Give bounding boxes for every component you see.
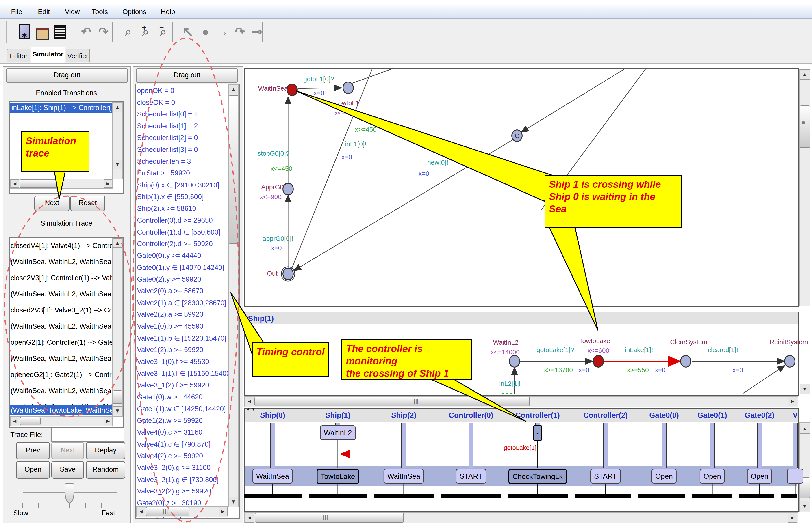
vars-vscroll-thumb[interactable]: [229, 95, 238, 244]
msc-state-box-current[interactable]: CheckTowingLk: [508, 469, 567, 484]
msc-lifeline[interactable]: [270, 423, 275, 468]
menu-item-file[interactable]: File: [11, 8, 22, 16]
msc-state-box[interactable]: WaitInSea: [384, 469, 424, 484]
trace-hscroll-thumb[interactable]: [20, 417, 40, 425]
msc-state-box[interactable]: WaitInSea: [253, 469, 293, 484]
trace-vscroll-thumb[interactable]: [113, 391, 122, 404]
tab-simulator[interactable]: Simulator: [31, 47, 65, 63]
variable-item[interactable]: Valve3_2(1).g ∈ [730,800]: [137, 475, 228, 486]
menu-item-tools[interactable]: Tools: [92, 8, 108, 16]
msc-state-box-clipped[interactable]: [787, 469, 804, 484]
trace-arrow-icon[interactable]: ↷: [233, 23, 247, 40]
variable-item[interactable]: Controller(0).d >= 29650: [137, 216, 228, 227]
scroll-right-icon[interactable]: ►: [788, 397, 797, 406]
msc-state-box[interactable]: Open: [700, 469, 725, 484]
enabled-transition-item[interactable]: inLake[1]: Ship(1) --> Controller(1): [10, 103, 114, 113]
tab-verifier[interactable]: Verifier: [66, 49, 90, 62]
trace-item[interactable]: (WaitInSea, WaitInL2, WaitInSea,: [11, 256, 112, 267]
trace-vscrollbar[interactable]: [112, 238, 123, 417]
ship1-scroll-down-icon[interactable]: ▼: [800, 384, 810, 394]
menu-item-view[interactable]: View: [65, 8, 80, 16]
msc-lifeline[interactable]: [603, 423, 608, 468]
menu-item-edit[interactable]: Edit: [38, 8, 50, 16]
trace-item[interactable]: closedV4[1]: Valve4(1) --> Controll: [11, 240, 112, 251]
scroll-down-icon[interactable]: ▼: [229, 497, 238, 506]
save-trace-button[interactable]: Save: [51, 461, 84, 479]
menu-item-options[interactable]: Options: [122, 8, 146, 16]
msc-lifeline[interactable]: [793, 423, 798, 468]
msc-lifeline[interactable]: [757, 423, 762, 468]
trace-item[interactable]: (WaitInSea, WaitInL2, WaitInSea,: [11, 353, 112, 364]
msc-lifeline[interactable]: [710, 423, 715, 468]
variable-item[interactable]: Valve3_1(1).f ∈ [15160,15400]: [137, 369, 228, 380]
reset-button[interactable]: Reset: [70, 196, 105, 211]
scroll-up-icon[interactable]: ▲: [229, 85, 238, 94]
scroll-up-icon[interactable]: ▲: [113, 238, 122, 248]
msc-state-box[interactable]: Open: [747, 469, 772, 484]
scroll-left-icon[interactable]: ◄: [245, 397, 254, 406]
variable-item[interactable]: Valve4(1).c ∈ [790,870]: [137, 440, 228, 450]
msc-state-box[interactable]: START: [456, 469, 486, 484]
speed-slider-thumb[interactable]: [65, 483, 74, 503]
msc-state-box-waitinl2[interactable]: WaitInL2: [320, 425, 356, 440]
zoom-in-icon[interactable]: ⌕+: [139, 23, 153, 40]
variable-item[interactable]: Gate1(0).w >= 44620: [137, 393, 228, 403]
variable-item[interactable]: Valve3_2(0).g >= 31100: [137, 464, 228, 474]
variable-item[interactable]: closeOK = 0: [137, 98, 228, 109]
redo-icon[interactable]: ↷: [97, 23, 110, 40]
pointer-icon[interactable]: ↖: [181, 23, 195, 40]
scroll-down-icon[interactable]: ▼: [113, 160, 122, 169]
scroll-left-icon[interactable]: ◄: [11, 179, 19, 188]
variable-item[interactable]: Scheduler.len = 3: [137, 158, 228, 168]
variable-item[interactable]: Scheduler.list[3] = 0: [137, 146, 228, 156]
variable-item[interactable]: Gate0(2).y >= 59920: [137, 275, 228, 286]
variable-item[interactable]: Controller(2).d >= 59920: [137, 240, 228, 250]
tab-editor[interactable]: Editor: [7, 49, 30, 62]
trace-item[interactable]: closed2V3[1]: Valve3_2(1) --> Con: [11, 305, 112, 315]
trace-item[interactable]: openG2[1]: Controller(1) --> Gate2: [11, 337, 112, 348]
msc-state-box[interactable]: Open: [652, 469, 677, 484]
next-trace-button[interactable]: Next: [51, 442, 84, 459]
scroll-right-icon[interactable]: ►: [219, 507, 227, 516]
select-blob-icon[interactable]: ●: [198, 23, 212, 40]
next-transition-button[interactable]: Next: [34, 196, 70, 211]
undo-icon[interactable]: ↶: [79, 23, 93, 40]
msc-state-box-current[interactable]: TowtoLake: [317, 469, 359, 484]
variable-item[interactable]: Valve1(2).b >= 59920: [137, 346, 228, 356]
scroll-up-icon[interactable]: ▲: [800, 423, 810, 434]
ship1-hscroll-thumb[interactable]: [255, 397, 530, 406]
variable-item[interactable]: Valve1(1).b ∈ [15220,15470]: [137, 334, 228, 344]
msc-lifeline[interactable]: [401, 423, 406, 468]
zoom-fit-icon[interactable]: ⌕: [121, 23, 135, 40]
variable-item[interactable]: Ship(2).x >= 58610: [137, 204, 228, 215]
variable-item[interactable]: Controller(1).d ∈ [550,600]: [137, 228, 228, 238]
variable-item[interactable]: Valve2(0).a >= 58670: [137, 287, 228, 297]
variable-item[interactable]: ErrStat >= 59920: [137, 169, 228, 179]
zoom-out-icon[interactable]: ⌕−: [156, 23, 170, 40]
next-transition-icon[interactable]: →: [215, 23, 229, 40]
scroll-up-icon[interactable]: ▲: [800, 69, 810, 79]
variable-item[interactable]: Gate1(2).w >= 59920: [137, 417, 228, 427]
trace-item[interactable]: close2V3[1]: Controller(1) --> Valv: [11, 273, 112, 283]
scroll-right-icon[interactable]: ►: [788, 513, 797, 523]
save-icon[interactable]: [54, 25, 66, 39]
variable-item[interactable]: Gate0(0).y >= 44440: [137, 252, 228, 262]
variable-item[interactable]: Scheduler.list[2] = 0: [137, 134, 228, 144]
enabled-hscroll-thumb[interactable]: [19, 179, 58, 188]
msc-state-box[interactable]: START: [590, 469, 621, 484]
variable-item[interactable]: openOK = 0: [137, 87, 228, 97]
scroll-left-icon[interactable]: ◄: [137, 507, 145, 516]
trace-item[interactable]: (WaitInSea, WaitInL2, WaitInSea,: [11, 289, 112, 300]
msc-hscroll-thumb[interactable]: [255, 513, 404, 523]
variable-item[interactable]: Valve4(0).c >= 31160: [137, 428, 228, 438]
open-folder-icon[interactable]: [36, 28, 49, 40]
variable-item[interactable]: Gate1(1).w ∈ [14250,14420]: [137, 405, 228, 415]
automaton-vscrollbar[interactable]: [799, 69, 810, 306]
splitter-arrows-icon[interactable]: ◄ ▼: [245, 407, 256, 412]
variable-item[interactable]: Valve3_1(0).f >= 45530: [137, 358, 228, 368]
scroll-left-icon[interactable]: ◄: [11, 417, 19, 425]
variable-item[interactable]: Valve2(1).a ∈ [28300,28670]: [137, 299, 228, 309]
variable-item[interactable]: Scheduler.list[0] = 1: [137, 110, 228, 121]
menu-item-help[interactable]: Help: [161, 8, 175, 16]
variable-item[interactable]: Scheduler.list[1] = 2: [137, 122, 228, 132]
